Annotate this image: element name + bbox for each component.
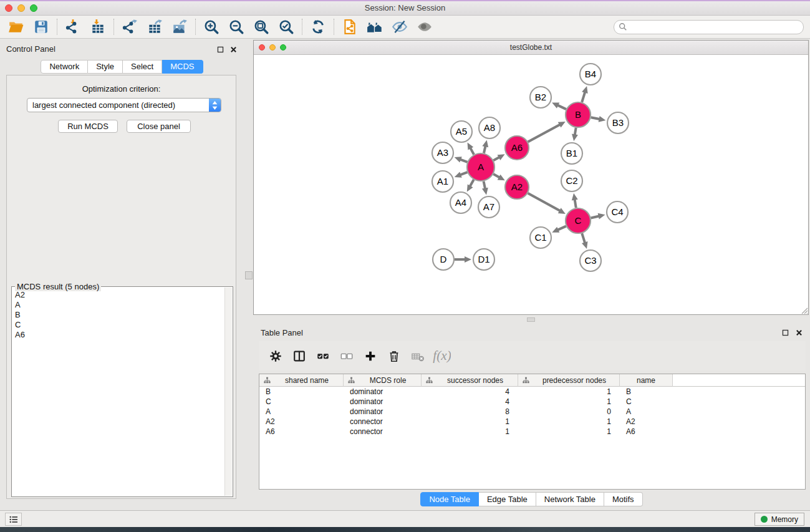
graph-edge-A-A8[interactable] (484, 146, 486, 153)
table-row[interactable]: Adominator80A (259, 407, 805, 417)
select-all-button[interactable] (311, 345, 335, 367)
save-session-button[interactable] (29, 17, 54, 37)
vertical-split-handle[interactable] (245, 271, 253, 279)
hide-selected-button[interactable] (387, 17, 412, 37)
show-column-button[interactable] (287, 345, 311, 367)
mcds-result-item[interactable]: A (13, 300, 224, 310)
run-mcds-button[interactable]: Run MCDS (58, 120, 118, 133)
graph-node-label-A: A (478, 162, 484, 172)
tab-edge-table[interactable]: Edge Table (479, 492, 536, 506)
zoom-selected-button[interactable] (274, 17, 299, 37)
network-window-titlebar[interactable]: testGlobe.txt (254, 41, 808, 55)
graph-node-label-B1: B1 (566, 148, 577, 158)
graph-edge-C-C1[interactable] (557, 226, 566, 230)
table-cell: 1 (518, 417, 620, 427)
table-row[interactable]: Bdominator41B (259, 387, 805, 397)
table-row[interactable]: A6connector11A6 (259, 427, 805, 437)
zoom-window-button[interactable] (30, 4, 37, 12)
column-header-name[interactable]: name (620, 374, 673, 387)
tab-network[interactable]: Network (41, 60, 88, 74)
export-table-button[interactable] (142, 17, 167, 37)
network-file-snapshot-button[interactable] (337, 17, 362, 37)
column-header-predecessor-nodes[interactable]: predecessor nodes (518, 374, 620, 387)
refresh-button[interactable] (306, 17, 330, 37)
graph-node-label-B: B (575, 109, 581, 120)
network-canvas[interactable]: AA1A2A3A4A5A6A7A8BB1B2B3B4CC1C2C3C4DD1 (254, 54, 808, 314)
search-field[interactable] (614, 20, 804, 34)
tab-mcds[interactable]: MCDS (162, 60, 203, 74)
unselect-all-button[interactable] (335, 345, 359, 367)
graph-edge-B-B3[interactable] (591, 117, 600, 119)
import-network-button[interactable] (60, 17, 85, 37)
search-input[interactable] (627, 21, 803, 32)
graph-edge-C-C2[interactable] (575, 200, 576, 208)
zoom-out-button[interactable] (224, 17, 249, 37)
table-row[interactable]: Cdominator41C (259, 397, 805, 407)
close-panel-icon[interactable] (229, 45, 238, 56)
first-neighbors-button[interactable] (362, 17, 387, 37)
float-panel-icon[interactable] (216, 45, 224, 56)
table-cell: connector (344, 417, 422, 427)
graph-edge-B-B1[interactable] (575, 128, 576, 135)
network-zoom-button[interactable] (280, 44, 286, 51)
import-table-button[interactable] (85, 17, 110, 37)
result-list-scrollbar[interactable] (224, 288, 232, 496)
mcds-result-item[interactable]: A2 (13, 290, 224, 300)
export-network-button[interactable] (117, 17, 142, 37)
settings-gear-button[interactable] (264, 345, 287, 367)
mcds-result-item[interactable]: C (13, 320, 224, 330)
close-panel-button[interactable]: Close panel (127, 120, 191, 133)
table-row[interactable]: A2connector11A2 (259, 417, 805, 427)
edge-arrowhead-icon (455, 172, 462, 177)
add-row-button[interactable] (359, 345, 382, 367)
table-cell: 1 (518, 397, 620, 407)
tab-node-table[interactable]: Node Table (420, 492, 479, 506)
graph-edge-A6-B[interactable] (528, 125, 560, 142)
graph-edge-A-A4[interactable] (470, 180, 474, 186)
table-header-row: shared nameMCDS rolesuccessor nodesprede… (259, 374, 805, 387)
delete-row-button[interactable] (382, 345, 406, 367)
table-cell: dominator (344, 397, 422, 407)
table-cell: 4 (422, 397, 518, 407)
table-cell: C (620, 397, 673, 407)
tab-motifs[interactable]: Motifs (604, 492, 643, 506)
network-close-button[interactable] (259, 44, 265, 51)
graph-edge-B-B2[interactable] (557, 105, 566, 109)
task-history-button[interactable] (5, 513, 22, 526)
graph-edge-A-A1[interactable] (460, 172, 467, 175)
graph-edge-A-A3[interactable] (460, 160, 467, 162)
table-float-panel-icon[interactable] (781, 328, 789, 339)
mcds-result-item[interactable]: A6 (13, 330, 224, 340)
mcds-result-item[interactable]: B (13, 310, 224, 320)
column-header-successor-nodes[interactable]: successor nodes (422, 374, 518, 387)
zoom-fit-button[interactable] (249, 17, 274, 37)
table-close-panel-icon[interactable] (795, 328, 803, 339)
graph-edge-A2-C[interactable] (528, 193, 561, 211)
node-table[interactable]: shared nameMCDS rolesuccessor nodesprede… (259, 374, 806, 490)
tab-network-table[interactable]: Network Table (536, 492, 604, 506)
mcds-panel: Optimization criterion: largest connecte… (6, 75, 236, 499)
column-header-mcds-role[interactable]: MCDS role (344, 374, 422, 387)
optimization-criterion-select[interactable]: largest connected component (directed) (27, 98, 221, 112)
graph-edge-A-A7[interactable] (484, 181, 485, 189)
column-header-shared-name[interactable]: shared name (259, 374, 344, 387)
graph-edge-A-A6[interactable] (493, 157, 499, 160)
open-file-button[interactable] (4, 17, 29, 37)
mcds-result-list[interactable]: A2ABCA6 (13, 290, 224, 495)
graph-edge-A-A5[interactable] (470, 148, 474, 154)
network-minimize-button[interactable] (269, 44, 276, 51)
tab-select[interactable]: Select (123, 60, 162, 74)
graph-edge-A-A2[interactable] (493, 174, 499, 177)
memory-button[interactable]: Memory (755, 513, 804, 526)
show-all-button[interactable] (412, 17, 437, 37)
minimize-window-button[interactable] (17, 4, 25, 12)
graph-edge-B-B4[interactable] (582, 92, 585, 102)
export-image-button[interactable] (167, 17, 192, 37)
graph-edge-C-C4[interactable] (591, 216, 599, 218)
main-toolbar (0, 16, 810, 39)
graph-edge-C-C3[interactable] (582, 233, 585, 243)
tab-style[interactable]: Style (88, 60, 123, 74)
zoom-in-button[interactable] (199, 17, 224, 37)
resize-grip-icon[interactable] (799, 306, 808, 314)
close-window-button[interactable] (5, 4, 12, 12)
